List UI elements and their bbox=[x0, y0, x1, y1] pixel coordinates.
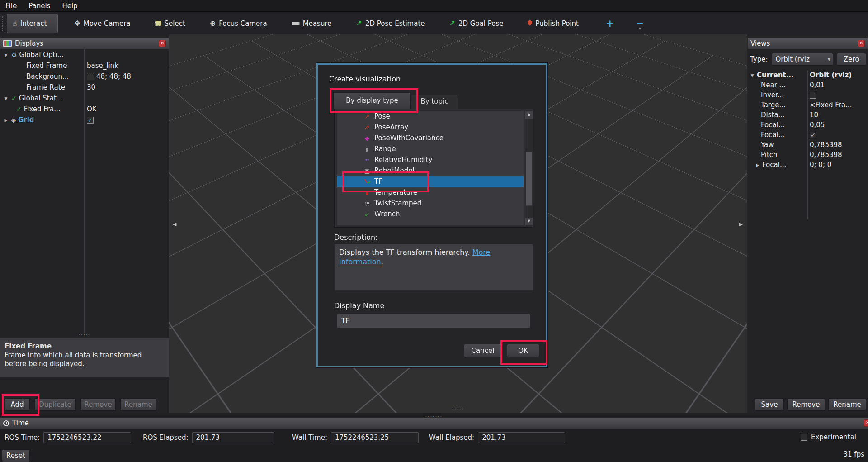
ros-elapsed-value[interactable]: 201.73 bbox=[192, 432, 274, 443]
ros-time-value[interactable]: 1752246523.22 bbox=[43, 432, 131, 443]
menu-file[interactable]: File bbox=[5, 2, 17, 10]
tree-row-grid[interactable]: ◈ Grid bbox=[0, 114, 169, 125]
tree-row-target-frame[interactable]: Targe... <Fixed Fra... bbox=[747, 100, 868, 110]
tree-row-background-color[interactable]: Backgroun... 48; 48; 48 bbox=[0, 71, 169, 82]
tool-label: Interact bbox=[20, 19, 47, 28]
remove-display-button[interactable]: Remove bbox=[80, 398, 116, 411]
displays-panel-title: Displays bbox=[15, 39, 43, 48]
experimental-checkbox[interactable] bbox=[801, 434, 807, 441]
tab-by-topic[interactable]: By topic bbox=[411, 95, 458, 109]
tree-row-global-status[interactable]: ✓ Global Stat... bbox=[0, 93, 169, 104]
scroll-down-icon[interactable]: ▼ bbox=[525, 218, 533, 225]
tree-row-near-clip[interactable]: Near ... 0,01 bbox=[747, 80, 868, 90]
list-item-posewithcovariance[interactable]: ◆ PoseWithCovariance bbox=[337, 133, 524, 143]
reset-button[interactable]: Reset bbox=[2, 449, 30, 462]
tool-interact[interactable]: ☝ Interact bbox=[7, 14, 58, 33]
wall-time-label: Wall Time: bbox=[292, 433, 327, 442]
add-display-button[interactable]: Add bbox=[5, 398, 30, 411]
tree-row-frame-rate[interactable]: Frame Rate 30 bbox=[0, 82, 169, 93]
move-cross-icon: ✥ bbox=[74, 20, 80, 27]
view-type-dropdown[interactable]: Orbit (rviz ▼ bbox=[772, 53, 833, 66]
list-item-range[interactable]: ◗ Range bbox=[337, 143, 524, 154]
scroll-up-icon[interactable]: ▲ bbox=[525, 111, 533, 119]
time-panel-header[interactable]: Time bbox=[0, 417, 868, 429]
description-box: Displays the TF transform hierarchy. Mor… bbox=[334, 244, 533, 291]
chevron-down-icon[interactable] bbox=[3, 52, 9, 58]
tool-move-camera[interactable]: ✥ Move Camera bbox=[70, 14, 135, 33]
close-icon[interactable] bbox=[159, 40, 166, 47]
wall-elapsed-value[interactable]: 201.73 bbox=[478, 432, 565, 443]
bottom-splitter-handle[interactable]: ····· bbox=[452, 406, 464, 412]
color-swatch[interactable] bbox=[87, 73, 94, 80]
tf-axes-icon bbox=[363, 178, 371, 186]
tree-row-pitch[interactable]: Pitch 0,785398 bbox=[747, 150, 868, 160]
invert-z-checkbox[interactable] bbox=[810, 92, 816, 99]
tree-row-focal-shape-size[interactable]: Focal... 0,05 bbox=[747, 120, 868, 130]
tree-row-distance[interactable]: Dista... 10 bbox=[747, 110, 868, 120]
list-item-twiststamped[interactable]: ◔ TwistStamped bbox=[337, 198, 524, 209]
scrollbar[interactable]: ▲ ▼ bbox=[525, 111, 533, 225]
tab-by-display-type[interactable]: By display type bbox=[333, 92, 411, 109]
check-icon: ✓ bbox=[11, 95, 17, 102]
rename-view-button[interactable]: Rename bbox=[828, 398, 866, 411]
views-panel-header[interactable]: Views bbox=[747, 38, 868, 49]
menu-help[interactable]: Help bbox=[62, 2, 77, 10]
menu-panels[interactable]: Panels bbox=[28, 2, 50, 10]
tree-row-focal-point[interactable]: Focal... 0; 0; 0 bbox=[747, 160, 868, 170]
displays-buttons: Add Duplicate Remove Rename bbox=[0, 398, 169, 411]
list-item-posearray[interactable]: ⇗ PoseArray bbox=[337, 122, 524, 133]
chevron-right-icon[interactable] bbox=[3, 117, 9, 123]
grid-enabled-checkbox[interactable] bbox=[87, 117, 94, 124]
cancel-button[interactable]: Cancel bbox=[464, 344, 502, 357]
tool-2d-goal-pose[interactable]: ↗ 2D Goal Pose bbox=[445, 14, 508, 33]
create-visualization-dialog: Create visualization By display type By … bbox=[316, 63, 547, 367]
chevron-down-icon[interactable] bbox=[3, 95, 9, 101]
list-item-temperature[interactable]: ▮ Temperature bbox=[337, 187, 524, 198]
tree-row-current-view[interactable]: Current... Orbit (rviz) bbox=[747, 70, 868, 80]
list-item-tf[interactable]: TF bbox=[337, 176, 524, 187]
duplicate-display-button[interactable]: Duplicate bbox=[34, 398, 76, 411]
clock-icon bbox=[3, 420, 9, 426]
display-type-list: ↗ Pose ⇗ PoseArray ◆ PoseWithCovariance … bbox=[337, 111, 524, 225]
tree-row-fixed-frame[interactable]: Fixed Frame base_link bbox=[0, 60, 169, 71]
display-name-input[interactable]: TF bbox=[337, 314, 530, 328]
zero-button[interactable]: Zero bbox=[837, 53, 866, 66]
list-item-wrench[interactable]: ↙ Wrench bbox=[337, 209, 524, 219]
fixed-frame-value[interactable]: base_link bbox=[87, 62, 118, 70]
remove-tool-button[interactable]: −▾ bbox=[631, 18, 648, 29]
collapse-left-icon[interactable]: ◀ bbox=[173, 221, 176, 227]
save-view-button[interactable]: Save bbox=[755, 398, 784, 411]
tool-2d-pose-estimate[interactable]: ↗ 2D Pose Estimate bbox=[351, 14, 429, 33]
rename-display-button[interactable]: Rename bbox=[120, 398, 156, 411]
tree-row-focal-shape-fixed-size[interactable]: Focal... bbox=[747, 130, 868, 140]
list-item-relativehumidity[interactable]: ≈ RelativeHumidity bbox=[337, 154, 524, 165]
tree-row-global-options[interactable]: ⚙ Global Opti... bbox=[0, 49, 169, 60]
remove-view-button[interactable]: Remove bbox=[787, 398, 825, 411]
ok-button[interactable]: OK bbox=[507, 344, 539, 357]
displays-panel-header[interactable]: Displays bbox=[0, 38, 169, 49]
close-icon[interactable] bbox=[858, 40, 865, 47]
tree-row-yaw[interactable]: Yaw 0,785398 bbox=[747, 140, 868, 150]
list-item-pose[interactable]: ↗ Pose bbox=[337, 111, 524, 122]
help-body: Frame into which all data is transformed… bbox=[5, 351, 165, 368]
tool-select[interactable]: Select bbox=[151, 14, 190, 33]
tree-row-fixed-frame-status[interactable]: ✓ Fixed Fra... OK bbox=[0, 104, 169, 114]
panel-splitter[interactable]: ····· bbox=[0, 333, 169, 337]
tool-publish-point[interactable]: Publish Point bbox=[523, 14, 583, 33]
green-arrow-icon: ↗ bbox=[449, 20, 455, 27]
collapse-right-icon[interactable]: ▶ bbox=[739, 221, 743, 227]
chevron-right-icon[interactable] bbox=[755, 162, 761, 168]
tree-row-invert-z[interactable]: Inver... bbox=[747, 90, 868, 100]
add-tool-button[interactable]: + bbox=[601, 18, 618, 29]
chevron-down-icon[interactable] bbox=[749, 72, 755, 78]
experimental-label: Experimental bbox=[811, 433, 856, 441]
tool-focus-camera[interactable]: ⊕ Focus Camera bbox=[205, 14, 272, 33]
wall-time-value[interactable]: 1752246523.25 bbox=[331, 432, 419, 443]
list-item-robotmodel[interactable]: ▣ RobotModel bbox=[337, 165, 524, 176]
chevron-down-icon: ▼ bbox=[828, 54, 831, 65]
tool-measure[interactable]: Measure bbox=[287, 14, 336, 33]
scrollbar-thumb[interactable] bbox=[526, 152, 532, 206]
focal-fixed-size-checkbox[interactable] bbox=[810, 132, 816, 138]
close-icon[interactable] bbox=[864, 419, 868, 427]
toolbar-drag-handle[interactable] bbox=[1, 16, 4, 31]
